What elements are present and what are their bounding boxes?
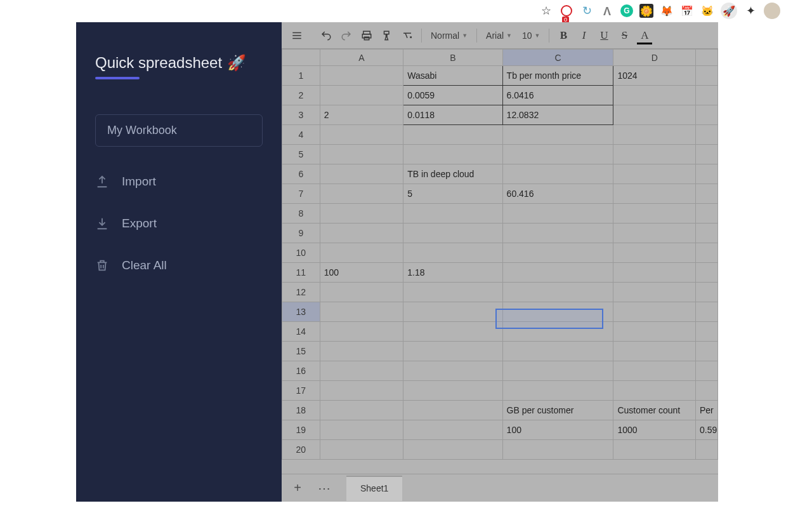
col-header-d[interactable]: D [613,50,696,66]
cell[interactable] [613,381,696,401]
cell[interactable] [613,440,696,460]
cell[interactable] [320,440,403,460]
cell[interactable] [613,243,696,263]
cell[interactable] [320,420,403,440]
cell[interactable] [502,342,613,361]
cell[interactable]: 0.0118 [403,105,502,125]
cell[interactable]: 1000 [613,420,696,440]
workbook-name-input[interactable]: My Workbook [95,114,263,147]
cell[interactable] [502,204,613,224]
row-header[interactable]: 14 [282,322,320,342]
cell[interactable] [696,302,718,322]
cell[interactable] [320,401,403,420]
cell[interactable]: 2 [320,105,403,125]
cell[interactable] [613,86,696,105]
underline-button[interactable]: U [595,27,613,44]
cell[interactable] [502,125,613,145]
row-header[interactable]: 16 [282,361,320,381]
row-header[interactable]: 8 [282,204,320,224]
cell[interactable] [320,302,403,322]
box-icon[interactable]: 🌼 [639,4,653,18]
cell[interactable] [613,224,696,243]
cell[interactable] [403,145,502,164]
cell[interactable] [502,361,613,381]
cell[interactable] [696,145,718,164]
row-header[interactable]: 7 [282,184,320,204]
cell[interactable] [613,164,696,184]
cell[interactable]: 100 [320,263,403,283]
format-dropdown[interactable]: Normal▼ [427,30,471,41]
metamask-icon[interactable]: 🦊 [660,4,674,18]
cell[interactable] [403,420,502,440]
cell[interactable] [613,184,696,204]
user-avatar[interactable] [764,3,780,19]
cell[interactable] [613,322,696,342]
cell[interactable]: 100 [502,420,613,440]
cell[interactable] [696,381,718,401]
cell[interactable] [320,381,403,401]
sidebar-item-import[interactable]: Import [95,175,263,189]
spreadsheet-grid[interactable]: A B C D 1WasabiTb per month price102420.… [282,49,718,460]
recycle-icon[interactable]: ↻ [580,4,594,18]
cell[interactable] [696,204,718,224]
cell[interactable] [696,263,718,283]
sidebar-item-export[interactable]: Export [95,217,263,231]
row-header[interactable]: 1 [282,66,320,86]
cell[interactable]: 60.416 [502,184,613,204]
rocket-icon[interactable]: 🚀 [721,3,737,19]
row-header[interactable]: 5 [282,145,320,164]
paint-format-button[interactable] [378,27,396,44]
cell[interactable] [502,322,613,342]
strikethrough-button[interactable]: S [615,27,633,44]
select-all-corner[interactable] [282,50,320,66]
cell[interactable] [696,105,718,125]
font-size-dropdown[interactable]: 10▼ [518,30,544,41]
row-header[interactable]: 20 [282,440,320,460]
cell[interactable] [403,401,502,420]
ublock-icon[interactable]: 0 [560,4,573,18]
print-button[interactable] [358,27,376,44]
cell[interactable]: TB in deep cloud [403,164,502,184]
cell[interactable] [613,342,696,361]
grammarly-icon[interactable]: G [620,4,633,17]
cell[interactable] [696,164,718,184]
cell[interactable] [403,283,502,302]
add-sheet-button[interactable]: + [289,480,306,497]
col-header-a[interactable]: A [320,50,403,66]
cell[interactable] [613,125,696,145]
cell[interactable]: 0.0059 [403,86,502,105]
cell[interactable] [613,283,696,302]
cell[interactable] [320,66,403,86]
cell[interactable] [320,125,403,145]
cell[interactable] [403,361,502,381]
cell[interactable]: Per [696,401,718,420]
cell[interactable] [320,361,403,381]
cell[interactable] [403,440,502,460]
bold-button[interactable]: B [554,27,572,44]
extensions-puzzle-icon[interactable]: ✦ [743,4,757,18]
cell[interactable] [696,125,718,145]
panda-icon[interactable]: 🐱 [700,4,714,18]
cell[interactable] [696,322,718,342]
cell[interactable] [502,243,613,263]
vue-icon[interactable]: V [600,4,614,18]
col-header-c[interactable]: C [502,50,613,66]
cell[interactable]: 0.59 [696,420,718,440]
redo-button[interactable] [337,27,355,44]
cell[interactable] [502,283,613,302]
row-header[interactable]: 2 [282,86,320,105]
cell[interactable]: Tb per month price [502,66,613,86]
cell[interactable] [696,243,718,263]
font-dropdown[interactable]: Arial▼ [482,30,516,41]
cell[interactable] [696,283,718,302]
undo-button[interactable] [317,27,335,44]
menu-icon[interactable] [288,27,306,44]
cell[interactable] [403,342,502,361]
cell[interactable]: 6.0416 [502,86,613,105]
cell[interactable] [403,204,502,224]
cell[interactable] [320,145,403,164]
cell[interactable] [320,322,403,342]
cell[interactable] [320,243,403,263]
cell[interactable]: 1.18 [403,263,502,283]
cell[interactable] [502,164,613,184]
